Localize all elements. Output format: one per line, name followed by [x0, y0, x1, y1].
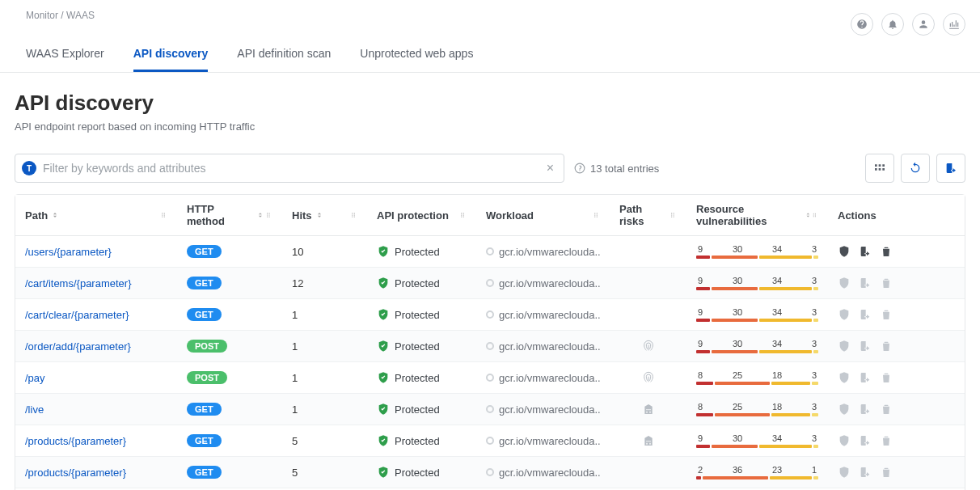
trash-icon[interactable] [880, 403, 893, 416]
svg-point-26 [597, 213, 598, 213]
path-link[interactable]: /products/{parameter} [25, 467, 126, 479]
help-icon[interactable] [851, 13, 873, 36]
th-workload[interactable]: Workload [476, 195, 610, 235]
shield-check-icon [377, 245, 390, 258]
svg-point-19 [461, 213, 462, 213]
table-row[interactable]: /products/{parameter}GET5Protectedgcr.io… [15, 457, 965, 488]
svg-point-1 [162, 213, 163, 213]
export-icon[interactable] [859, 340, 872, 353]
hits-cell: 5 [282, 425, 367, 456]
table-row[interactable]: /products/{parameter}GET5Protectedgcr.io… [15, 425, 965, 457]
svg-point-11 [267, 216, 268, 217]
close-icon[interactable]: × [543, 161, 557, 175]
table-row[interactable]: /payPOST1Protectedgcr.io/vmwareclouda...… [15, 362, 965, 394]
trash-icon[interactable] [880, 277, 893, 289]
vuln-distribution: 930343 [696, 307, 818, 322]
tab-unprotected-web-apps[interactable]: Unprotected web apps [360, 47, 473, 72]
shield-icon[interactable] [838, 434, 851, 447]
shield-icon[interactable] [838, 403, 851, 416]
export-icon[interactable] [859, 434, 872, 447]
svg-point-5 [162, 216, 163, 217]
path-link[interactable]: /cart/items/{parameter} [25, 277, 132, 289]
tab-api-discovery[interactable]: API discovery [133, 47, 209, 72]
method-badge: GET [187, 277, 222, 289]
protection-cell: Protected [377, 308, 440, 321]
workload-cell: gcr.io/vmwareclouda... [486, 467, 600, 479]
columns-button[interactable] [865, 154, 894, 183]
path-link[interactable]: /order/add/{parameter} [25, 340, 131, 353]
svg-point-8 [269, 213, 270, 213]
svg-point-10 [269, 214, 270, 215]
path-link[interactable]: /cart/clear/{parameter} [25, 309, 129, 321]
hits-cell: 12 [282, 268, 367, 298]
workload-cell: gcr.io/vmwareclouda... [486, 435, 600, 447]
status-dot-icon [486, 468, 494, 476]
shield-check-icon [377, 371, 390, 384]
path-link[interactable]: /pay [25, 372, 45, 384]
svg-point-2 [164, 213, 165, 213]
th-api-protection[interactable]: API protection [367, 195, 476, 235]
svg-point-38 [815, 213, 816, 214]
shield-check-icon [377, 466, 390, 479]
trash-icon[interactable] [880, 434, 893, 447]
tab-waas-explorer[interactable]: WAAS Explorer [26, 47, 104, 72]
th-http-method[interactable]: HTTP method [177, 195, 282, 235]
trash-icon[interactable] [880, 245, 893, 258]
shield-icon[interactable] [838, 308, 851, 321]
svg-point-35 [671, 216, 672, 217]
shield-icon[interactable] [838, 340, 851, 353]
risk-cell [610, 331, 686, 361]
export-button[interactable] [936, 154, 965, 183]
help-small-icon [574, 163, 585, 174]
filter-chip[interactable]: T [22, 161, 36, 175]
th-path-risks[interactable]: Path risks [610, 195, 686, 235]
status-dot-icon [486, 342, 494, 350]
table-row[interactable]: /order/add/{parameter}POST1Protectedgcr.… [15, 331, 965, 362]
user-icon[interactable] [912, 13, 935, 36]
export-icon[interactable] [859, 308, 872, 321]
bell-icon[interactable] [881, 13, 904, 36]
svg-point-18 [354, 216, 355, 217]
shield-icon[interactable] [838, 245, 851, 258]
method-badge: GET [187, 308, 222, 321]
workload-cell: gcr.io/vmwareclouda... [486, 372, 600, 384]
trash-icon[interactable] [880, 466, 893, 479]
table-row[interactable]: /cart/clear/{parameter}GET1Protectedgcr.… [15, 299, 965, 331]
path-link[interactable]: /live [25, 403, 44, 416]
api-table: Path HTTP method Hits API protection Wor… [15, 194, 965, 490]
th-hits[interactable]: Hits [282, 195, 367, 235]
shield-icon[interactable] [838, 277, 851, 289]
svg-point-27 [594, 214, 595, 215]
table-row[interactable]: /liveGET1Protectedgcr.io/vmwareclouda...… [15, 394, 965, 425]
path-link[interactable]: /products/{parameter} [25, 435, 126, 447]
table-row[interactable]: /cart/items/{parameter}GET12Protectedgcr… [15, 268, 965, 299]
svg-point-9 [267, 214, 268, 215]
table-row[interactable]: /users/{parameter}GET10Protectedgcr.io/v… [15, 236, 965, 268]
export-icon[interactable] [859, 245, 872, 258]
trash-icon[interactable] [880, 340, 893, 353]
shield-icon[interactable] [838, 466, 851, 479]
export-icon[interactable] [859, 403, 872, 416]
trash-icon[interactable] [880, 371, 893, 384]
chart-icon[interactable] [943, 13, 965, 36]
hits-cell: 1 [282, 394, 367, 425]
protection-cell: Protected [377, 403, 440, 416]
filter-box[interactable]: T × [15, 154, 564, 183]
tab-api-definition-scan[interactable]: API definition scan [237, 47, 331, 72]
shield-check-icon [377, 434, 390, 447]
vuln-distribution: 930343 [696, 339, 818, 353]
export-icon[interactable] [859, 277, 872, 289]
protection-cell: Protected [377, 245, 440, 258]
filter-input[interactable] [43, 162, 543, 175]
protection-cell: Protected [377, 466, 440, 479]
th-path[interactable]: Path [15, 195, 177, 235]
actions-cell [828, 268, 965, 298]
trash-icon[interactable] [880, 308, 893, 321]
export-icon[interactable] [859, 371, 872, 384]
shield-icon[interactable] [838, 371, 851, 384]
refresh-button[interactable] [901, 154, 930, 183]
path-link[interactable]: /users/{parameter} [25, 246, 112, 258]
risk-cell [610, 394, 686, 425]
export-icon[interactable] [859, 466, 872, 479]
th-resource-vulnerabilities[interactable]: Resource vulnerabilities [686, 195, 828, 235]
